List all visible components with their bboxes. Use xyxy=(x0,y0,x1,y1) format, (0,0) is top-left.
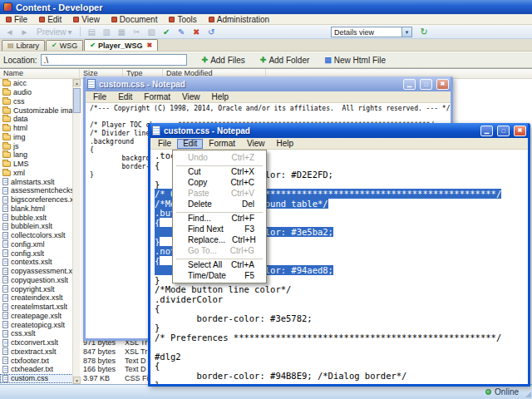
cut-icon[interactable]: ✂ xyxy=(130,26,144,38)
open-icon[interactable]: ▥ xyxy=(100,26,114,38)
menu-item-find-next[interactable]: Find Next F3 xyxy=(175,224,264,234)
tab-library[interactable]: ▤ Library xyxy=(2,40,45,51)
combo-arrow-icon[interactable]: ▼ xyxy=(401,27,411,37)
copy-icon[interactable]: ▧ xyxy=(145,26,159,38)
code-line xyxy=(90,113,451,121)
minimize-button[interactable]: ▁ xyxy=(480,126,493,136)
toolbar-separator xyxy=(80,27,81,37)
menu-item-paste[interactable]: Paste Ctrl+V xyxy=(175,188,264,199)
file-type-icon xyxy=(2,144,11,150)
file-type-icon xyxy=(2,170,11,176)
file-type-icon xyxy=(2,285,8,293)
history-icon[interactable]: ↺ xyxy=(204,26,219,38)
tab-close-icon[interactable]: ✖ xyxy=(147,42,153,49)
window-title: Content - Developer xyxy=(16,2,103,12)
chevron-down-icon: ▾ xyxy=(68,27,72,37)
scrollbar-thumb[interactable] xyxy=(73,88,81,113)
file-type-icon xyxy=(2,126,11,131)
file-type-icon xyxy=(2,214,8,221)
code-line: /* Preferences *************************… xyxy=(155,333,528,343)
menu-document[interactable]: Document xyxy=(106,14,164,24)
notepad-menu-item[interactable]: View xyxy=(176,92,206,102)
menu-bullet-icon xyxy=(169,17,175,22)
new-html-file-button[interactable]: ▤ New Html File xyxy=(319,52,391,67)
menu-item-replace[interactable]: Replace... Ctrl+H xyxy=(175,234,264,245)
check-in-icon[interactable]: ✔ xyxy=(160,26,174,38)
minimize-button[interactable]: ▁ xyxy=(403,79,416,90)
app-logo-icon xyxy=(3,2,12,12)
menu-view[interactable]: View xyxy=(67,14,106,24)
notepad-menu-item[interactable]: View xyxy=(241,139,271,149)
menu-tools[interactable]: Tools xyxy=(163,14,202,24)
notepad-menu-item[interactable]: Format xyxy=(203,139,241,149)
close-button[interactable]: ✖ xyxy=(436,79,449,90)
file-type-icon xyxy=(2,375,8,382)
maximize-button[interactable]: □ xyxy=(420,79,432,90)
notepad-titlebar[interactable]: custom.css - Notepad ▁ □ ✖ xyxy=(86,76,451,91)
add-files-button[interactable]: ✚ Add Files xyxy=(197,52,250,67)
tab-icon: ✔ xyxy=(90,42,96,49)
notepad-menu-item[interactable]: Edit xyxy=(177,139,203,149)
new-document-icon[interactable]: ▤ xyxy=(85,26,99,38)
code-line xyxy=(155,342,528,352)
notepad-menu-item[interactable]: Help xyxy=(206,92,235,102)
file-type-icon xyxy=(2,116,11,122)
add-folder-button[interactable]: ✚ Add Folder xyxy=(255,52,314,67)
notepad-menu-item[interactable]: File xyxy=(87,92,112,102)
notepad-menu-item[interactable]: File xyxy=(152,139,177,149)
notepad-menu-item[interactable]: Help xyxy=(271,139,300,149)
scroll-down-icon[interactable]: ▼ xyxy=(73,377,81,384)
menu-item-cut[interactable]: Cut Ctrl+X xyxy=(175,166,264,177)
file-type-icon xyxy=(2,152,11,158)
file-type-icon xyxy=(2,321,8,328)
code-line: border-color: #3e5782; xyxy=(155,314,528,324)
notepad-menu-item[interactable]: Edit xyxy=(112,92,138,102)
file-list-scrollbar[interactable]: ▲ ▼ xyxy=(72,79,80,384)
file-type-icon xyxy=(2,294,8,302)
file-type-icon xyxy=(2,135,11,140)
tab-player-wsg[interactable]: ✔ Player_WSG ✖ xyxy=(84,39,158,51)
forward-icon[interactable]: ► xyxy=(17,26,32,38)
online-status-icon xyxy=(485,389,491,395)
tab-wsg[interactable]: ✔ WSG xyxy=(46,40,83,51)
check-out-icon[interactable]: ✎ xyxy=(175,26,189,38)
file-type-icon xyxy=(2,204,8,212)
menu-file[interactable]: File xyxy=(0,14,33,24)
menu-bullet-icon xyxy=(209,17,214,22)
menu-item-select-all[interactable]: Select All Ctrl+A xyxy=(175,259,264,270)
file-type-icon xyxy=(2,366,8,373)
location-input[interactable] xyxy=(41,54,187,66)
menu-administration[interactable]: Administration xyxy=(203,14,275,24)
menu-item-go-to[interactable]: Go To... Ctrl+G xyxy=(175,245,264,256)
close-button[interactable]: ✖ xyxy=(514,126,526,136)
column-header[interactable]: Name xyxy=(0,69,80,78)
notepad-menu-item[interactable]: Format xyxy=(138,92,176,102)
preview-button[interactable]: Preview▾ xyxy=(33,27,76,37)
view-mode-select[interactable]: Details view ▼ xyxy=(331,27,412,37)
menu-edit[interactable]: Edit xyxy=(33,14,67,24)
file-type-icon xyxy=(2,161,11,167)
menu-item-delete[interactable]: Delete Del xyxy=(175,199,264,209)
scroll-up-icon[interactable]: ▲ xyxy=(73,79,81,86)
menu-item-time-date[interactable]: Time/Date F5 xyxy=(175,270,264,281)
file-type-icon xyxy=(2,259,8,266)
notepad-window-foreground[interactable]: custom.css - Notepad ▁ □ ✖ FileEditForma… xyxy=(148,123,530,387)
notepad-menubar: FileEditFormatViewHelp xyxy=(86,91,451,103)
notepad-title: custom.css - Notepad xyxy=(164,126,476,135)
notepad-titlebar[interactable]: custom.css - Notepad ▁ □ ✖ xyxy=(150,123,528,138)
tab-bar: ▤ Library ✔ WSG ✔ Player_WSG ✖ xyxy=(0,39,532,52)
menu-bullet-icon xyxy=(6,17,12,22)
cancel-checkout-icon[interactable]: ✖ xyxy=(190,26,204,38)
menu-item-find[interactable]: Find... Ctrl+F xyxy=(175,213,264,224)
button-icon: ✚ xyxy=(260,57,267,64)
back-icon[interactable]: ◄ xyxy=(2,26,17,38)
maximize-button[interactable]: □ xyxy=(497,126,510,136)
menu-item-undo[interactable]: Undo Ctrl+Z xyxy=(175,152,264,163)
file-type-icon xyxy=(2,196,8,204)
button-icon: ✚ xyxy=(202,57,209,64)
menu-bullet-icon xyxy=(39,17,45,22)
refresh-icon[interactable]: ↻ xyxy=(417,26,431,37)
save-icon[interactable]: ▦ xyxy=(115,26,129,38)
file-type-icon xyxy=(2,357,8,364)
menu-item-copy[interactable]: Copy Ctrl+C xyxy=(175,177,264,188)
